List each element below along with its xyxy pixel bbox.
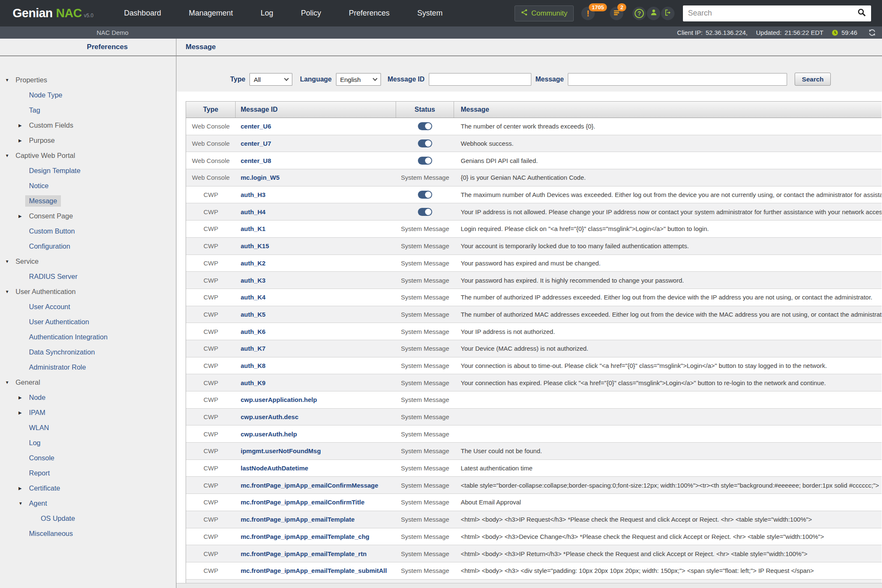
alerts-count-badge[interactable]: 1705 bbox=[589, 3, 607, 11]
sidebar-item-ipam[interactable]: ▶IPAM bbox=[0, 405, 176, 420]
sidebar-item-user-account[interactable]: User Account bbox=[0, 299, 176, 314]
expand-arrow-icon[interactable]: ▶ bbox=[18, 138, 25, 143]
collapse-arrow-icon[interactable]: ▼ bbox=[5, 78, 12, 82]
message-id-input[interactable] bbox=[429, 73, 531, 86]
collapse-arrow-icon[interactable]: ▼ bbox=[5, 153, 12, 158]
message-id-link[interactable]: cwp.userAuth.desc bbox=[236, 409, 396, 425]
status-toggle-on[interactable] bbox=[418, 157, 432, 165]
collapse-arrow-icon[interactable]: ▼ bbox=[5, 289, 12, 294]
message-id-link[interactable]: auth_H4 bbox=[236, 203, 396, 220]
search-icon[interactable] bbox=[857, 8, 866, 18]
sidebar-item-purpose[interactable]: ▶Purpose bbox=[0, 133, 176, 148]
status-toggle-on[interactable] bbox=[418, 208, 432, 216]
sidebar-item-os-update[interactable]: OS Update bbox=[0, 511, 176, 526]
message-id-link[interactable]: auth_K15 bbox=[236, 238, 396, 255]
column-header-type[interactable]: Type bbox=[186, 102, 236, 118]
message-id-link[interactable]: mc.frontPage_ipmApp_emailTemplate_rtn bbox=[236, 545, 396, 562]
message-id-link[interactable]: auth_K6 bbox=[236, 323, 396, 340]
menu-item-policy[interactable]: Policy bbox=[287, 0, 335, 26]
message-id-link[interactable]: auth_K2 bbox=[236, 255, 396, 272]
message-id-link[interactable]: cwp.userAuth.help bbox=[236, 425, 396, 442]
sidebar-item-configuration[interactable]: Configuration bbox=[0, 239, 176, 254]
account-button[interactable] bbox=[647, 7, 660, 20]
message-id-link[interactable]: auth_K7 bbox=[236, 340, 396, 357]
sidebar-item-tag[interactable]: Tag bbox=[0, 102, 176, 118]
sidebar-item-design-template[interactable]: Design Template bbox=[0, 163, 176, 178]
expand-arrow-icon[interactable]: ▶ bbox=[18, 123, 25, 128]
tasks-count-badge[interactable]: 2 bbox=[617, 3, 626, 11]
column-header-message[interactable]: Message bbox=[454, 102, 882, 118]
message-id-link[interactable]: mc.frontPage_ipmApp_emailTemplate_chg bbox=[236, 528, 396, 545]
sidebar-item-report[interactable]: Report bbox=[0, 465, 176, 480]
message-id-link[interactable]: auth_K8 bbox=[236, 357, 396, 374]
community-button[interactable]: Community bbox=[514, 5, 574, 21]
menu-item-management[interactable]: Management bbox=[175, 0, 247, 26]
message-id-link[interactable]: mc.login_W5 bbox=[236, 169, 396, 186]
column-header-status[interactable]: Status bbox=[396, 102, 454, 118]
language-select[interactable]: English bbox=[336, 73, 381, 86]
collapse-arrow-icon[interactable]: ▼ bbox=[5, 259, 12, 264]
sidebar-item-node[interactable]: ▶Node bbox=[0, 390, 176, 405]
message-id-link[interactable]: ipmgmt.userNotFoundMsg bbox=[236, 443, 396, 459]
message-id-link[interactable]: mc.frontPage_ipmApp_emailTemplate bbox=[236, 511, 396, 528]
message-id-link[interactable]: center_U7 bbox=[236, 135, 396, 152]
sidebar-item-properties[interactable]: ▼Properties bbox=[0, 72, 176, 87]
sidebar-item-message[interactable]: Message bbox=[0, 193, 176, 208]
sidebar-item-user-authentication[interactable]: ▼User Authentication bbox=[0, 284, 176, 299]
app-logo[interactable]: Genian NAC v5.0 bbox=[13, 6, 93, 20]
menu-item-preferences[interactable]: Preferences bbox=[335, 0, 404, 26]
message-id-link[interactable]: auth_K5 bbox=[236, 306, 396, 323]
sidebar-item-captive-web-portal[interactable]: ▼Captive Web Portal bbox=[0, 148, 176, 163]
sidebar-item-notice[interactable]: Notice bbox=[0, 178, 176, 193]
sidebar-item-node-type[interactable]: Node Type bbox=[0, 87, 176, 102]
message-id-link[interactable]: lastNodeAuthDatetime bbox=[236, 460, 396, 477]
message-id-link[interactable]: auth_K9 bbox=[236, 374, 396, 391]
sidebar-item-console[interactable]: Console bbox=[0, 450, 176, 465]
search-button[interactable]: Search bbox=[795, 73, 831, 86]
sidebar-item-consent-page[interactable]: ▶Consent Page bbox=[0, 208, 176, 223]
status-toggle-on[interactable] bbox=[418, 122, 432, 130]
sidebar-item-general[interactable]: ▼General bbox=[0, 375, 176, 390]
sidebar-item-service[interactable]: ▼Service bbox=[0, 254, 176, 269]
message-id-link[interactable]: mc.frontPage_ipmApp_emailConfirmMessage bbox=[236, 477, 396, 494]
message-id-link[interactable]: mc.frontPage_ipmApp_emailTemplate_submit… bbox=[236, 562, 396, 579]
menu-item-dashboard[interactable]: Dashboard bbox=[110, 0, 175, 26]
sidebar-item-user-authentication[interactable]: User Authentication bbox=[0, 314, 176, 329]
expand-arrow-icon[interactable]: ▶ bbox=[18, 395, 25, 400]
refresh-icon[interactable] bbox=[868, 29, 876, 37]
expand-arrow-icon[interactable]: ▶ bbox=[18, 486, 25, 491]
status-toggle-on[interactable] bbox=[418, 191, 432, 199]
sidebar-item-data-synchronization[interactable]: Data Synchronization bbox=[0, 344, 176, 360]
message-input[interactable] bbox=[568, 73, 787, 86]
sidebar-item-authentication-integration[interactable]: Authentication Integration bbox=[0, 329, 176, 344]
message-id-link[interactable]: auth_K4 bbox=[236, 289, 396, 306]
sidebar-item-wlan[interactable]: WLAN bbox=[0, 420, 176, 435]
status-toggle-on[interactable] bbox=[418, 139, 432, 147]
message-id-link[interactable]: auth_K1 bbox=[236, 220, 396, 237]
collapse-arrow-icon[interactable]: ▼ bbox=[18, 501, 25, 506]
sidebar-item-custom-button[interactable]: Custom Button bbox=[0, 223, 176, 239]
sidebar-item-custom-fields[interactable]: ▶Custom Fields bbox=[0, 118, 176, 133]
type-select[interactable]: All bbox=[249, 73, 292, 86]
expand-arrow-icon[interactable]: ▶ bbox=[18, 410, 25, 415]
sidebar-item-administrator-role[interactable]: Administrator Role bbox=[0, 360, 176, 375]
sidebar-item-radius-server[interactable]: RADIUS Server bbox=[0, 269, 176, 284]
horizontal-scrollbar[interactable] bbox=[176, 583, 882, 588]
message-id-link[interactable]: center_U8 bbox=[236, 152, 396, 169]
message-id-link[interactable]: auth_K3 bbox=[236, 272, 396, 289]
message-id-link[interactable]: auth_H3 bbox=[236, 186, 396, 203]
sidebar-item-miscellaneous[interactable]: Miscellaneous bbox=[0, 526, 176, 541]
message-id-link[interactable]: mc.frontPage_ipmApp_emailConfirmTitle bbox=[236, 494, 396, 511]
help-button[interactable]: ? bbox=[633, 7, 646, 20]
sidebar-item-certificate[interactable]: ▶Certificate bbox=[0, 480, 176, 496]
expand-arrow-icon[interactable]: ▶ bbox=[18, 214, 25, 218]
message-id-link[interactable]: cwp.userApplication.help bbox=[236, 391, 396, 408]
column-header-message-id[interactable]: Message ID bbox=[236, 102, 396, 118]
message-id-link[interactable]: center_U6 bbox=[236, 118, 396, 135]
collapse-arrow-icon[interactable]: ▼ bbox=[5, 380, 12, 385]
global-search-input[interactable] bbox=[688, 9, 857, 18]
menu-item-system[interactable]: System bbox=[404, 0, 457, 26]
sidebar-item-log[interactable]: Log bbox=[0, 435, 176, 450]
menu-item-log[interactable]: Log bbox=[247, 0, 287, 26]
logout-button[interactable] bbox=[661, 7, 675, 20]
